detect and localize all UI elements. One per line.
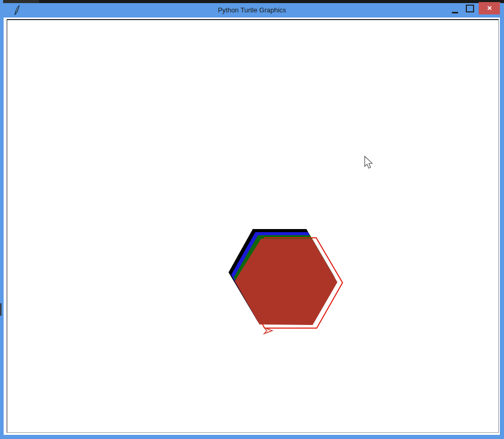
screen: Python Turtle Graphics ✕ xyxy=(0,0,504,439)
window-border-right xyxy=(500,3,504,439)
window-border-bottom xyxy=(0,435,504,439)
window-title: Python Turtle Graphics xyxy=(0,3,504,18)
left-edge-notch xyxy=(0,303,2,316)
turtle-canvas[interactable] xyxy=(7,19,499,433)
maximize-button[interactable] xyxy=(466,5,474,12)
window-border-left xyxy=(0,3,4,439)
titlebar[interactable]: Python Turtle Graphics ✕ xyxy=(0,3,504,18)
minimize-button[interactable] xyxy=(452,9,458,13)
close-button[interactable]: ✕ xyxy=(479,2,500,14)
window-client-area xyxy=(4,18,500,435)
